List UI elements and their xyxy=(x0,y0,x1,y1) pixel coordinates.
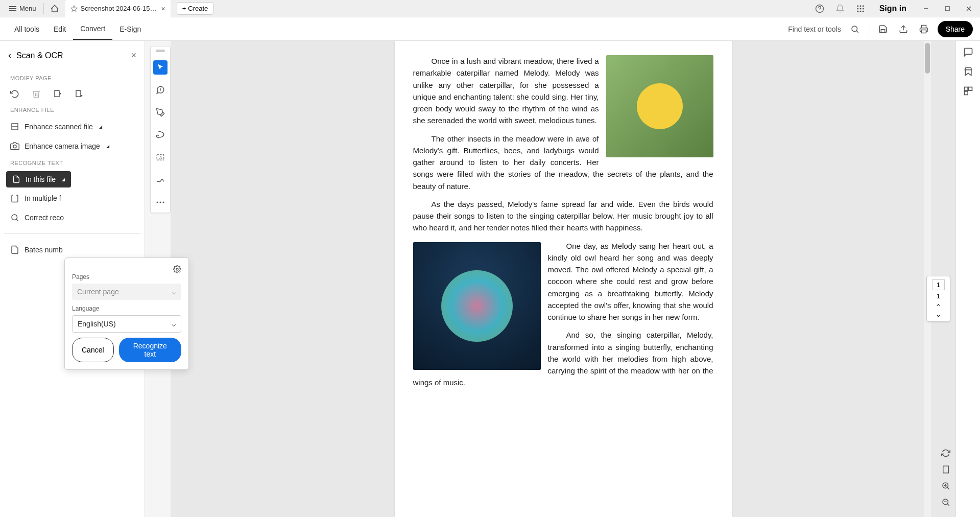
svg-point-23 xyxy=(12,215,17,220)
highlight-tool[interactable] xyxy=(153,105,168,120)
maximize-button[interactable] xyxy=(940,4,954,14)
save-button[interactable] xyxy=(876,22,890,36)
print-button[interactable] xyxy=(917,22,930,36)
cancel-button[interactable]: Cancel xyxy=(72,338,114,362)
recognize-text-popup: Pages Current page ⌵ Language English(US… xyxy=(64,257,189,370)
language-select[interactable]: English(US) ⌵ xyxy=(72,315,181,333)
fit-page-button[interactable] xyxy=(941,465,950,474)
page-counter: 1 1 ⌃ ⌄ xyxy=(926,276,950,322)
menu-button[interactable]: Menu xyxy=(4,3,41,14)
notification-button[interactable] xyxy=(833,2,847,15)
menu-edit[interactable]: Edit xyxy=(46,19,73,39)
create-label: Create xyxy=(188,5,208,12)
share-button[interactable]: Share xyxy=(938,21,973,37)
scan-icon xyxy=(10,122,19,131)
upload-button[interactable] xyxy=(897,22,910,36)
hamburger-icon xyxy=(9,6,16,11)
page-up-button[interactable]: ⌃ xyxy=(932,303,945,311)
refresh-button[interactable] xyxy=(941,449,950,458)
enhance-camera-button[interactable]: Enhance camera image ◢ xyxy=(4,136,140,156)
delete-button[interactable] xyxy=(32,89,41,99)
close-sidebar-button[interactable]: × xyxy=(131,50,136,61)
pdf-page: Once in a lush and vibrant meadow, there… xyxy=(395,41,732,517)
divider xyxy=(43,3,44,14)
menu-label: Menu xyxy=(19,5,36,12)
svg-line-34 xyxy=(947,487,949,489)
insert-button[interactable] xyxy=(75,89,84,99)
sign-tool[interactable] xyxy=(153,173,168,187)
zoom-in-button[interactable] xyxy=(941,481,950,490)
camera-icon xyxy=(10,142,19,151)
menu-esign[interactable]: E-Sign xyxy=(112,19,148,39)
dropdown-icon: ◢ xyxy=(106,144,109,149)
popup-settings-button[interactable] xyxy=(173,265,181,273)
document-tab[interactable]: Screenshot 2024-06-15 1... × xyxy=(65,0,171,17)
comment-tool[interactable] xyxy=(153,83,168,97)
svg-rect-41 xyxy=(964,87,968,91)
menu-all-tools[interactable]: All tools xyxy=(7,19,46,39)
section-enhance-file: ENHANCE FILE xyxy=(4,103,140,117)
pages-label: Pages xyxy=(72,273,181,280)
bates-numbering-button[interactable]: Bates numb xyxy=(4,240,140,260)
right-toolbar xyxy=(955,41,980,517)
zoom-out-button[interactable] xyxy=(941,498,950,507)
minimize-button[interactable] xyxy=(919,4,933,14)
pages-select[interactable]: Current page ⌵ xyxy=(72,284,181,300)
document-icon xyxy=(10,245,19,254)
svg-point-5 xyxy=(857,8,858,9)
svg-rect-18 xyxy=(55,90,59,97)
text-select-tool[interactable]: A xyxy=(153,150,168,165)
search-button[interactable] xyxy=(848,22,862,36)
apps-button[interactable] xyxy=(854,2,867,15)
page-down-button[interactable]: ⌄ xyxy=(932,311,945,318)
in-multiple-files-button[interactable]: In multiple f xyxy=(4,189,140,208)
signin-button[interactable]: Sign in xyxy=(874,2,912,15)
svg-rect-17 xyxy=(921,30,926,33)
bookmarks-panel-button[interactable] xyxy=(963,66,973,77)
close-window-button[interactable] xyxy=(962,4,976,14)
svg-point-4 xyxy=(862,5,864,7)
tab-close-button[interactable]: × xyxy=(160,5,166,13)
in-multiple-label: In multiple f xyxy=(25,194,61,202)
search-icon xyxy=(10,213,19,222)
section-modify-page: MODIFY PAGE xyxy=(4,71,140,85)
create-button[interactable]: + Create xyxy=(177,2,214,15)
correct-recognized-button[interactable]: Correct reco xyxy=(4,208,140,227)
chevron-down-icon: ⌵ xyxy=(172,320,176,328)
thumbnails-panel-button[interactable] xyxy=(963,86,973,96)
svg-text:A: A xyxy=(159,155,162,160)
star-icon xyxy=(70,5,78,12)
correct-reco-label: Correct reco xyxy=(25,214,64,222)
more-tools[interactable] xyxy=(153,195,168,209)
svg-point-8 xyxy=(857,10,858,12)
help-button[interactable] xyxy=(813,2,826,15)
back-button[interactable]: ‹ xyxy=(8,50,11,61)
recognize-text-button[interactable]: Recognize text xyxy=(119,338,181,362)
in-this-file-button[interactable]: In this file ◢ xyxy=(6,171,71,187)
comments-panel-button[interactable] xyxy=(963,47,973,57)
svg-point-3 xyxy=(859,5,861,7)
enhance-scanned-button[interactable]: Enhance scanned file ◢ xyxy=(4,117,140,136)
gear-icon xyxy=(173,265,181,273)
plus-icon: + xyxy=(182,5,186,12)
rotate-button[interactable] xyxy=(10,89,19,99)
svg-point-31 xyxy=(163,202,164,203)
paragraph: As the days passed, Melody's fame spread… xyxy=(413,198,713,234)
scroll-thumb[interactable] xyxy=(925,43,930,74)
lasso-tool[interactable] xyxy=(153,128,168,142)
svg-point-9 xyxy=(859,10,861,12)
pointer-tool[interactable] xyxy=(153,60,168,75)
language-label: Language xyxy=(72,305,181,312)
svg-point-22 xyxy=(13,145,16,148)
svg-point-10 xyxy=(862,10,864,12)
document-area[interactable]: Once in a lush and vibrant meadow, there… xyxy=(171,41,955,517)
home-button[interactable] xyxy=(46,2,63,15)
bates-label: Bates numb xyxy=(25,246,63,254)
total-pages: 1 xyxy=(932,292,945,300)
sidebar-title: Scan & OCR xyxy=(16,51,126,60)
extract-button[interactable] xyxy=(53,89,62,99)
toolbar-handle[interactable] xyxy=(156,50,165,52)
menubar: All tools Edit Convert E-Sign Find text … xyxy=(0,17,980,41)
main-area: ‹ Scan & OCR × MODIFY PAGE ENHANCE FILE … xyxy=(0,41,980,517)
menu-convert[interactable]: Convert xyxy=(73,18,112,40)
